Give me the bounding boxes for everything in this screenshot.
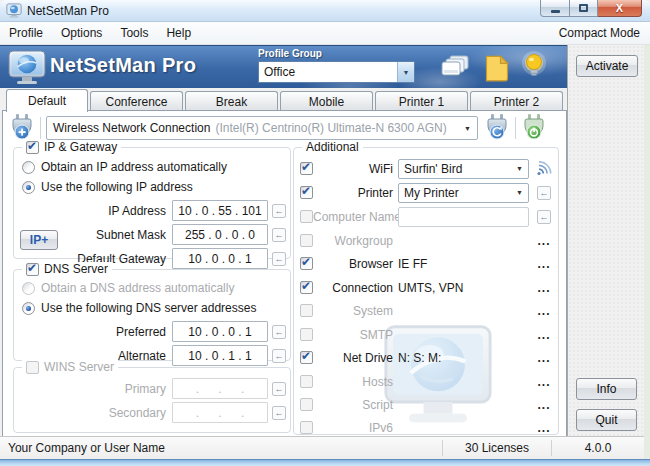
- radio-obtain-ip-label: Obtain an IP address automatically: [41, 160, 227, 174]
- workgroup-more-button[interactable]: ...: [534, 234, 554, 248]
- menu-profile[interactable]: Profile: [0, 23, 52, 43]
- radio-use-ip[interactable]: Use the following IP address: [14, 177, 290, 197]
- minimize-button[interactable]: [540, 0, 570, 17]
- menu-bar: Profile Options Tools Help Compact Mode: [0, 22, 650, 45]
- additional-title: Additional: [306, 140, 359, 154]
- hosts-label: Hosts: [313, 375, 393, 389]
- ip-address-label: IP Address: [14, 204, 172, 218]
- profile-file-icon[interactable]: [483, 54, 511, 85]
- lightbulb-icon[interactable]: [518, 50, 550, 87]
- browser-more-button[interactable]: ...: [534, 257, 554, 271]
- dns-server-checkbox[interactable]: [26, 263, 39, 276]
- net-drive-more-button[interactable]: ...: [534, 351, 554, 365]
- script-label: Script: [313, 398, 393, 412]
- tab-mobile[interactable]: Mobile: [280, 91, 373, 111]
- connection-more-button[interactable]: ...: [534, 281, 554, 295]
- activate-adapter-icon[interactable]: [521, 113, 547, 143]
- wifi-select[interactable]: Surfin' Bird ▼: [398, 159, 529, 179]
- activate-button[interactable]: Activate: [576, 55, 638, 77]
- radio-icon[interactable]: [22, 161, 35, 174]
- system-checkbox[interactable]: [300, 304, 313, 317]
- tab-default[interactable]: Default: [6, 89, 88, 112]
- adapter-select[interactable]: Wireless Network Connection (Intel(R) Ce…: [46, 116, 478, 140]
- ipv6-more-button[interactable]: ...: [534, 421, 554, 435]
- printer-select[interactable]: My Printer ▼: [398, 183, 529, 203]
- insert-current-icon[interactable]: ←: [272, 325, 286, 339]
- connection-row: Connection UMTS, VPN ...: [298, 277, 554, 298]
- tab-printer-1[interactable]: Printer 1: [375, 91, 468, 111]
- connection-checkbox[interactable]: [300, 281, 313, 294]
- printer-value: My Printer: [399, 186, 516, 200]
- script-more-button[interactable]: ...: [534, 398, 554, 412]
- license-count: 30 Licenses: [443, 437, 551, 459]
- chevron-down-icon[interactable]: ▼: [397, 62, 414, 82]
- radio-icon[interactable]: [22, 302, 35, 315]
- profile-tabs: Default Conference Break Mobile Printer …: [6, 88, 566, 111]
- menu-tools[interactable]: Tools: [111, 23, 157, 43]
- secondary-wins-row: Secondary . . . ←: [14, 402, 286, 423]
- app-title: NetSetMan Pro: [50, 54, 196, 77]
- info-button[interactable]: Info: [576, 378, 637, 400]
- ip-gateway-group: IP & Gateway Obtain an IP address automa…: [13, 147, 291, 259]
- maximize-icon: [579, 4, 588, 12]
- wifi-row: WiFi Surfin' Bird ▼: [298, 158, 554, 179]
- ip-plus-button[interactable]: IP+: [20, 230, 58, 250]
- insert-current-icon[interactable]: ←: [272, 252, 286, 266]
- ip-gateway-checkbox[interactable]: [26, 141, 39, 154]
- primary-wins-field: . . .: [172, 378, 268, 399]
- workgroup-label: Workgroup: [313, 234, 393, 248]
- radio-use-dns[interactable]: Use the following DNS server addresses: [14, 298, 290, 318]
- tab-conference[interactable]: Conference: [90, 91, 183, 111]
- secondary-wins-label: Secondary: [14, 406, 172, 420]
- default-gateway-field[interactable]: 10 . 0 . 0 . 1: [172, 248, 268, 269]
- radio-icon[interactable]: [22, 181, 35, 194]
- insert-current-icon[interactable]: ←: [272, 349, 286, 363]
- smtp-checkbox[interactable]: [300, 328, 313, 341]
- preferred-dns-label: Preferred: [14, 325, 172, 339]
- insert-current-icon[interactable]: ←: [272, 204, 286, 218]
- hosts-more-button[interactable]: ...: [534, 375, 554, 389]
- refresh-adapters-icon[interactable]: [484, 113, 510, 143]
- tab-break[interactable]: Break: [185, 91, 278, 111]
- menu-options[interactable]: Options: [52, 23, 111, 43]
- wins-server-checkbox[interactable]: [26, 361, 39, 374]
- window-title: NetSetMan Pro: [27, 4, 109, 18]
- close-button[interactable]: X: [598, 0, 642, 17]
- script-checkbox[interactable]: [300, 398, 313, 411]
- radio-obtain-ip[interactable]: Obtain an IP address automatically: [14, 157, 290, 177]
- workgroup-checkbox[interactable]: [300, 234, 313, 247]
- divider: [40, 117, 41, 139]
- net-drive-checkbox[interactable]: [300, 351, 313, 364]
- ip-address-field[interactable]: 10 . 0 . 55 . 101: [172, 200, 268, 221]
- system-more-button[interactable]: ...: [534, 304, 554, 318]
- compact-mode-toggle[interactable]: Compact Mode: [559, 26, 650, 40]
- insert-current-icon[interactable]: ←: [537, 186, 551, 200]
- subnet-mask-field[interactable]: 255 . 0 . 0 . 0: [172, 224, 268, 245]
- wifi-checkbox[interactable]: [300, 162, 313, 175]
- hosts-checkbox[interactable]: [300, 375, 313, 388]
- insert-current-icon[interactable]: ←: [272, 228, 286, 242]
- menu-help[interactable]: Help: [157, 23, 200, 43]
- chevron-down-icon: ▼: [516, 165, 528, 172]
- ipv6-checkbox[interactable]: [300, 421, 313, 434]
- printer-checkbox[interactable]: [300, 186, 313, 199]
- minimize-icon: [551, 10, 560, 13]
- adapter-name: Wireless Network Connection: [47, 121, 210, 135]
- wins-server-group: WINS Server Primary . . . ← Secondary . …: [13, 367, 291, 433]
- alternate-dns-field[interactable]: 10 . 0 . 1 . 1: [172, 345, 268, 366]
- radio-obtain-dns: Obtain a DNS address automatically: [14, 278, 290, 298]
- maximize-button[interactable]: [570, 0, 598, 17]
- wifi-signal-icon[interactable]: [534, 161, 554, 176]
- profiles-stack-icon[interactable]: [441, 54, 471, 85]
- insert-current-icon: ←: [537, 210, 551, 224]
- browser-value: IE FF: [398, 257, 427, 271]
- adapter-detail: (Intel(R) Centrino(R) Ultimate-N 6300 AG…: [210, 121, 458, 135]
- profile-group-select[interactable]: Office ▼: [258, 61, 415, 83]
- quit-button[interactable]: Quit: [576, 409, 637, 431]
- computer-name-input[interactable]: [398, 207, 529, 227]
- computer-name-checkbox[interactable]: [300, 210, 313, 223]
- smtp-more-button[interactable]: ...: [534, 328, 554, 342]
- preferred-dns-field[interactable]: 10 . 0 . 0 . 1: [172, 321, 268, 342]
- browser-checkbox[interactable]: [300, 257, 313, 270]
- tab-printer-2[interactable]: Printer 2: [470, 91, 563, 111]
